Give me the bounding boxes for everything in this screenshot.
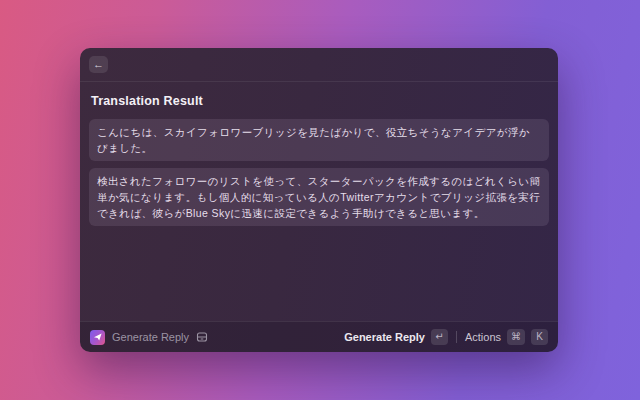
- window-icon: [196, 331, 208, 343]
- page-title: Translation Result: [91, 94, 549, 108]
- action-bar-right: Generate Reply ↵ Actions ⌘ K: [344, 329, 548, 345]
- generate-reply-button[interactable]: Generate Reply: [344, 331, 425, 343]
- window-body: Translation Result こんにちは、スカイフォロワーブリッジを見た…: [80, 82, 558, 321]
- translation-paragraph[interactable]: こんにちは、スカイフォロワーブリッジを見たばかりで、役立ちそうなアイデアが浮かび…: [89, 119, 549, 161]
- extension-app-icon: [90, 330, 105, 345]
- window-header: ←: [80, 48, 558, 82]
- translation-paragraph[interactable]: 検出されたフォロワーのリストを使って、スターターパックを作成するのはどれくらい簡…: [89, 168, 549, 226]
- footer-command-title: Generate Reply: [112, 331, 189, 343]
- action-bar: Generate Reply Generate Reply ↵ Actions …: [80, 321, 558, 352]
- bird-glyph-icon: [93, 332, 103, 342]
- cmd-keycap: ⌘: [507, 329, 525, 345]
- divider: [456, 331, 457, 343]
- actions-button[interactable]: Actions: [465, 331, 501, 343]
- enter-keycap: ↵: [431, 329, 448, 345]
- back-button[interactable]: ←: [89, 56, 108, 73]
- translation-result-window: ← Translation Result こんにちは、スカイフォロワーブリッジを…: [80, 48, 558, 352]
- k-keycap: K: [531, 329, 548, 345]
